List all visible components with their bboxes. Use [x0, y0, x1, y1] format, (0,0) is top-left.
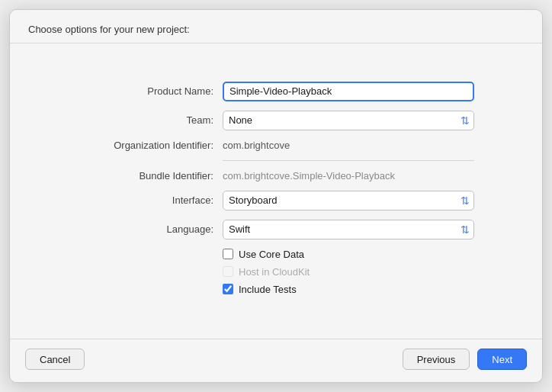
org-identifier-label: Organization Identifier: [78, 140, 223, 151]
interface-select-wrapper: Storyboard SwiftUI ⇅ [223, 191, 474, 210]
include-tests-checkbox[interactable] [223, 284, 233, 294]
team-row: Team: None Add an Account… ⇅ [78, 111, 474, 130]
include-tests-row: Include Tests [223, 284, 297, 295]
language-row: Language: Swift Objective-C ⇅ [78, 220, 474, 239]
interface-label: Interface: [78, 194, 223, 206]
form-divider [223, 160, 474, 161]
bundle-identifier-row: Bundle Identifier: com.brightcove.Simple… [78, 170, 474, 182]
footer-right: Previous Next [403, 349, 527, 370]
dialog-body: Product Name: Team: None Add an Account…… [10, 43, 542, 339]
form-container: Product Name: Team: None Add an Account…… [78, 82, 474, 301]
use-core-data-label[interactable]: Use Core Data [239, 249, 304, 260]
host-in-cloudkit-checkbox[interactable] [223, 266, 233, 277]
dialog-header: Choose options for your new project: [10, 10, 542, 43]
org-identifier-value: com.brightcove [223, 140, 474, 151]
use-core-data-checkbox[interactable] [223, 249, 233, 259]
language-select[interactable]: Swift Objective-C [223, 220, 474, 239]
product-name-label: Product Name: [78, 85, 223, 97]
include-tests-label[interactable]: Include Tests [239, 284, 297, 295]
team-select-wrapper: None Add an Account… ⇅ [223, 111, 474, 130]
bundle-identifier-label: Bundle Identifier: [78, 170, 223, 182]
interface-select[interactable]: Storyboard SwiftUI [223, 191, 474, 210]
new-project-dialog: Choose options for your new project: Pro… [9, 9, 543, 383]
footer-left: Cancel [25, 349, 85, 370]
cancel-button[interactable]: Cancel [25, 349, 85, 370]
next-button[interactable]: Next [477, 349, 527, 370]
team-label: Team: [78, 114, 223, 126]
checkboxes-section: Use Core Data Host in CloudKit Include T… [223, 249, 474, 301]
language-label: Language: [78, 223, 223, 235]
interface-row: Interface: Storyboard SwiftUI ⇅ [78, 191, 474, 210]
language-select-wrapper: Swift Objective-C ⇅ [223, 220, 474, 239]
dialog-footer: Cancel Previous Next [10, 339, 542, 382]
product-name-input[interactable] [223, 82, 474, 101]
org-identifier-row: Organization Identifier: com.brightcove [78, 140, 474, 151]
host-in-cloudkit-row: Host in CloudKit [223, 266, 310, 278]
previous-button[interactable]: Previous [403, 349, 470, 370]
bundle-identifier-value: com.brightcove.Simple-Video-Playback [223, 170, 474, 182]
dialog-header-text: Choose options for your new project: [28, 24, 190, 35]
team-select[interactable]: None Add an Account… [223, 111, 474, 130]
product-name-row: Product Name: [78, 82, 474, 101]
host-in-cloudkit-label: Host in CloudKit [239, 266, 310, 278]
use-core-data-row: Use Core Data [223, 249, 304, 260]
